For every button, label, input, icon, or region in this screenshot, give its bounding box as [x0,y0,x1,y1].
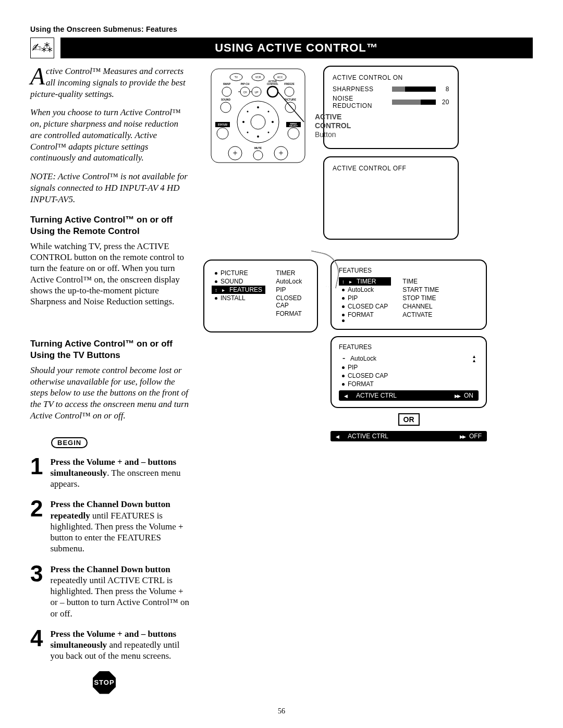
svg-text:CONTROL: CONTROL [267,83,278,85]
osd-row-noise: NOISE REDUCTION 20 [333,95,449,109]
svg-point-36 [288,128,299,139]
triangle-left-icon [336,433,342,440]
osd-active-control-off: ACTIVE CONTROL OFF [323,156,459,240]
updown-icon [215,286,219,293]
title-row: ✍︎⁂ USING ACTIVE CONTROL™ [30,38,533,58]
step-number: 3 [30,564,43,619]
paragraph-2: When you choose to turn Active Control™ … [30,107,192,164]
svg-point-21 [221,102,231,113]
updown-icon [342,278,346,285]
body-tvbuttons-intro: Should your remote control become lost o… [30,365,192,422]
step-number: 4 [30,628,43,662]
pointer-icon [222,286,226,293]
svg-point-10 [267,87,278,97]
remote-illustration: TV VCR ACC SWAP PIP CH ACTIVE CONTROL [203,66,313,240]
step-body: Press the Channel Down button repeatedly… [50,499,192,554]
remote-control-icon: TV VCR ACC SWAP PIP CH ACTIVE CONTROL [206,66,310,165]
osd-title: ACTIVE CONTROL ON [333,74,449,81]
svg-text:SELECT: SELECT [289,125,298,127]
svg-text:FREEZE: FREEZE [284,82,295,85]
connector-arrow-icon [304,250,343,289]
svg-point-30 [272,121,274,123]
menu-item-features: FEATURES [212,286,265,294]
dropcap: A [30,66,46,85]
active-ctrl-off-bar: ACTIVE CTRL OFF [331,431,487,441]
intro-paragraph: Active Control™ Measures and corrects al… [30,66,192,100]
svg-text:STATUS/: STATUS/ [218,124,228,126]
svg-point-31 [247,111,249,113]
svg-point-35 [217,128,228,139]
pointer-icon [349,278,353,285]
step-number: 1 [30,456,43,490]
step-4: 4 Press the Volume + and – buttons simul… [30,628,192,662]
main-menu-left: PICTURE SOUND FEATURES INSTALL [212,269,265,323]
menu-item-sound: SOUND [212,277,265,286]
svg-text:PICTURE: PICTURE [285,98,297,101]
triangle-right-icon [460,433,467,440]
menu-item-picture: PICTURE [212,269,265,277]
svg-point-33 [247,132,249,133]
page-title: USING ACTIVE CONTROL™ [60,38,533,58]
menu-item-install: INSTALL [212,294,265,302]
triangle-right-icon [455,392,462,399]
page-number: 56 [0,707,563,715]
triangle-left-icon [344,392,351,399]
intro-text: ctive Control™ Measures and corrects all… [30,66,186,99]
progress-bar-icon [392,87,436,92]
svg-point-27 [257,106,259,108]
left-column: Active Control™ Measures and corrects al… [30,66,192,694]
step-body: Press the Volume + and – buttons simulta… [50,456,192,490]
svg-text:SOUND: SOUND [221,98,230,101]
step-body: Press the Volume + and – buttons simulta… [50,628,192,662]
main-menu-osd: PICTURE SOUND FEATURES INSTALL TIMER Aut… [203,260,318,332]
active-ctrl-on-bar: ACTIVE CTRL ON [339,390,479,401]
svg-text:+: + [232,149,237,157]
svg-point-34 [268,132,270,133]
svg-point-28 [257,135,259,138]
svg-text:MUTE: MUTE [254,146,262,150]
breadcrumb: Using the Onscreen Submenus: Features [30,25,533,33]
svg-text:SWAP: SWAP [223,82,231,85]
osd-row-sharpness: SHARPNESS 8 [333,85,449,93]
step-2: 2 Press the Channel Down button repeated… [30,499,192,554]
steps-list: 1 Press the Volume + and – buttons simul… [30,456,192,662]
svg-text:UP: UP [255,91,259,94]
note-paragraph: NOTE: Active Control™ is not available f… [30,171,192,205]
svg-point-46 [253,151,263,160]
progress-bar-icon [392,100,436,105]
feature-item-timer: TIMER [339,277,391,286]
features1-right: TIME START TIME STOP TIME CHANNEL ACTIVA… [399,277,442,323]
or-badge: OR [398,413,420,426]
right-column: TV VCR ACC SWAP PIP CH ACTIVE CONTROL [203,66,533,694]
svg-point-32 [268,111,270,113]
active-control-button-label: ACTIVE CONTROL Button [315,113,367,139]
hand-writing-icon: ✍︎⁂ [30,38,54,58]
features-submenu-activectrl: FEATURES AutoLock▴▴ PIP CLOSED CAP FORMA… [331,336,487,408]
svg-point-29 [242,121,244,123]
svg-text:TV: TV [235,76,238,79]
svg-point-7 [222,87,231,96]
step-body: Press the Channel Down button repeatedly… [50,564,192,619]
svg-point-26 [251,115,265,129]
subhead-tvbuttons: Turning Active Control™ on or off Using … [30,338,192,361]
features-submenu-timer: FEATURES TIMER AutoLock PIP CLOSED CAP F… [331,260,487,330]
main-menu-right: TIMER AutoLock PIP CLOSED CAP FORMAT [276,269,310,323]
step-1: 1 Press the Volume + and – buttons simul… [30,456,192,490]
svg-text:CH: CH [243,91,247,94]
step-number: 2 [30,499,43,554]
svg-text:ACC: ACC [277,76,283,79]
lock-icon [342,354,347,363]
body-remote: While watching TV, press the ACTIVE CONT… [30,241,192,307]
subhead-remote: Turning Active Control™ on or off Using … [30,214,192,237]
step-3: 3 Press the Channel Down button repeated… [30,564,192,619]
svg-text:VCR: VCR [255,76,261,79]
stop-badge-icon: STOP [93,671,116,694]
svg-text:PIP CH: PIP CH [241,82,250,85]
scroll-indicator-icon: ▴▴ [473,354,475,363]
begin-badge-icon: BEGIN [51,437,88,448]
features1-left: TIMER AutoLock PIP CLOSED CAP FORMAT [339,277,391,323]
svg-point-11 [285,87,294,96]
svg-text:+: + [278,149,283,157]
